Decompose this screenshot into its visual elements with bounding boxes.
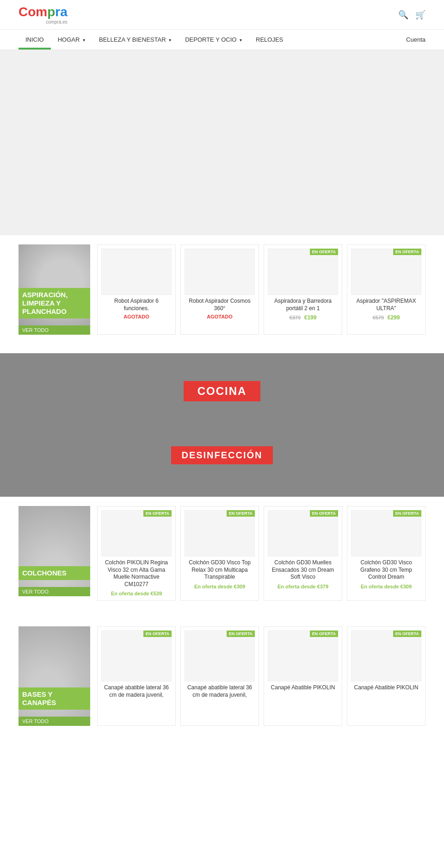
- colchones-section: COLCHONES VER TODO EN OFERTA Colchón PIK…: [0, 497, 444, 610]
- aspiracion-section: ASPIRACIÓN, LIMPIEZA Y PLANCHADO VER TOD…: [0, 235, 444, 344]
- product-card[interactable]: EN OFERTA Colchón PIKOLIN Regina Visco 3…: [97, 506, 176, 601]
- hero-banner: [0, 50, 444, 235]
- product-price: En oferta desde €309: [351, 583, 421, 590]
- product-image: [268, 510, 338, 556]
- bases-banner[interactable]: BASES Y CANAPÉS VER TODO: [18, 626, 90, 726]
- product-card[interactable]: EN OFERTA Canapé abatible lateral 36 cm …: [180, 626, 259, 726]
- product-name: Robot Aspirador 6 funciones.: [101, 298, 172, 312]
- mid-banner-title: COCINA: [184, 381, 261, 401]
- product-image: [351, 631, 421, 681]
- product-image: [351, 510, 421, 556]
- cart-icon[interactable]: 🛒: [415, 10, 426, 20]
- product-price: En oferta desde €309: [185, 583, 255, 590]
- product-name: Canapé Abatible PIKOLIN: [268, 684, 338, 692]
- product-card[interactable]: EN OFERTA Canapé abatible lateral 36 cm …: [97, 626, 176, 726]
- product-name: Robot Aspirador Cosmos 360°: [185, 298, 255, 312]
- product-name: Colchón GD30 Muelles Ensacados 30 cm Dre…: [268, 559, 338, 581]
- new-price: En oferta desde €309: [361, 584, 412, 589]
- product-status: AGOTADO: [101, 314, 172, 319]
- colchones-ver-todo[interactable]: VER TODO: [18, 587, 90, 596]
- nav-item-belleza[interactable]: BELLEZA Y BIENESTAR ▾: [92, 30, 178, 50]
- nav-item-deporte[interactable]: DEPORTE Y OCIO ▾: [178, 30, 249, 50]
- colchones-banner-label: COLCHONES: [18, 566, 90, 580]
- product-card[interactable]: EN OFERTA Canapé Abatible PIKOLIN: [347, 626, 426, 726]
- product-price: En oferta desde €539: [101, 590, 172, 597]
- offer-badge: EN OFERTA: [393, 249, 421, 255]
- product-card[interactable]: EN OFERTA Aspiradora y Barredora portáti…: [264, 244, 342, 335]
- colchones-products: EN OFERTA Colchón PIKOLIN Regina Visco 3…: [97, 506, 426, 601]
- header: Compra compra.es 🔍 🛒: [0, 0, 444, 30]
- bases-ver-todo[interactable]: VER TODO: [18, 717, 90, 726]
- product-image: [185, 510, 255, 556]
- aspiracion-products: Robot Aspirador 6 funciones. AGOTADO Rob…: [97, 244, 426, 335]
- product-image: [101, 510, 172, 556]
- offer-badge: EN OFERTA: [143, 510, 172, 517]
- offer-badge: EN OFERTA: [143, 631, 172, 637]
- product-card[interactable]: EN OFERTA Colchón GD30 Visco Grafeno 30 …: [347, 506, 426, 601]
- new-price: €199: [304, 314, 317, 321]
- search-icon[interactable]: 🔍: [398, 10, 408, 20]
- product-status: AGOTADO: [185, 314, 255, 319]
- product-name: Colchón GD30 Visco Grafeno 30 cm Temp Co…: [351, 559, 421, 581]
- nav-item-relojes[interactable]: RELOJES: [249, 30, 290, 50]
- bases-section: BASES Y CANAPÉS VER TODO EN OFERTA Canap…: [0, 619, 444, 735]
- offer-badge: EN OFERTA: [310, 631, 338, 637]
- product-card[interactable]: EN OFERTA Colchón GD30 Muelles Ensacados…: [264, 506, 342, 601]
- aspiracion-banner[interactable]: ASPIRACIÓN, LIMPIEZA Y PLANCHADO VER TOD…: [18, 244, 90, 335]
- nav-item-inicio[interactable]: INICIO: [18, 30, 51, 50]
- aspiracion-ver-todo[interactable]: VER TODO: [18, 325, 90, 335]
- product-name: Canapé abatible lateral 36 cm de madera …: [185, 684, 255, 699]
- product-name: Aspiradora y Barredora portátil 2 en 1: [268, 298, 338, 312]
- offer-badge: EN OFERTA: [227, 631, 255, 637]
- old-price: €379: [290, 315, 301, 320]
- product-image: [268, 631, 338, 681]
- chevron-down-icon: ▾: [169, 37, 171, 43]
- colchones-header: COLCHONES VER TODO EN OFERTA Colchón PIK…: [18, 506, 426, 601]
- aspiracion-banner-label: ASPIRACIÓN, LIMPIEZA Y PLANCHADO: [18, 288, 90, 318]
- aspiracion-header: ASPIRACIÓN, LIMPIEZA Y PLANCHADO VER TOD…: [18, 244, 426, 335]
- product-image: [185, 249, 255, 295]
- new-price: En oferta desde €539: [111, 591, 162, 596]
- header-icons: 🔍 🛒: [398, 10, 426, 20]
- product-card[interactable]: Robot Aspirador Cosmos 360° AGOTADO: [180, 244, 259, 335]
- new-price: En oferta desde €379: [278, 584, 328, 589]
- product-image: [268, 249, 338, 295]
- offer-badge: EN OFERTA: [310, 510, 338, 517]
- logo-text: Compra: [18, 5, 68, 19]
- new-price: En oferta desde €309: [194, 584, 245, 589]
- bases-header: BASES Y CANAPÉS VER TODO EN OFERTA Canap…: [18, 626, 426, 726]
- chevron-down-icon: ▾: [240, 37, 242, 43]
- product-name: Colchón PIKOLIN Regina Visco 32 cm Alta …: [101, 559, 172, 588]
- logo[interactable]: Compra compra.es: [18, 5, 68, 25]
- product-price: €379 €199: [268, 314, 338, 321]
- offer-badge: EN OFERTA: [393, 510, 421, 517]
- product-name: Colchón GD30 Visco Top Relax 30 cm Multi…: [185, 559, 255, 581]
- offer-badge: EN OFERTA: [393, 631, 421, 637]
- product-card[interactable]: EN OFERTA Aspirador "ASPIREMAX ULTRA" €5…: [347, 244, 426, 335]
- product-card[interactable]: EN OFERTA Colchón GD30 Visco Top Relax 3…: [180, 506, 259, 601]
- offer-badge: EN OFERTA: [310, 249, 338, 255]
- mid-banner: COCINA DESINFECCIÓN: [0, 353, 444, 497]
- old-price: €579: [373, 315, 384, 320]
- product-image: [185, 631, 255, 681]
- navigation: INICIO HOGAR ▾ BELLEZA Y BIENESTAR ▾ DEP…: [0, 30, 444, 50]
- new-price: €299: [388, 314, 400, 321]
- product-name: Canapé abatible lateral 36 cm de madera …: [101, 684, 172, 699]
- bases-banner-image: [18, 626, 90, 726]
- logo-subtitle: compra.es: [18, 19, 68, 25]
- product-image: [101, 631, 172, 681]
- mid-banner-subtitle: DESINFECCIÓN: [171, 446, 272, 464]
- nav-item-hogar[interactable]: HOGAR ▾: [51, 30, 92, 50]
- nav-account[interactable]: Cuenta: [406, 30, 426, 50]
- product-card[interactable]: EN OFERTA Canapé Abatible PIKOLIN: [264, 626, 342, 726]
- product-image: [101, 249, 172, 295]
- bases-products: EN OFERTA Canapé abatible lateral 36 cm …: [97, 626, 426, 726]
- colchones-banner-image: [18, 506, 90, 596]
- product-image: [351, 249, 421, 295]
- colchones-banner[interactable]: COLCHONES VER TODO: [18, 506, 90, 596]
- offer-badge: EN OFERTA: [227, 510, 255, 517]
- chevron-down-icon: ▾: [83, 37, 85, 43]
- product-price: €579 €299: [351, 314, 421, 321]
- product-price: En oferta desde €379: [268, 583, 338, 590]
- product-card[interactable]: Robot Aspirador 6 funciones. AGOTADO: [97, 244, 176, 335]
